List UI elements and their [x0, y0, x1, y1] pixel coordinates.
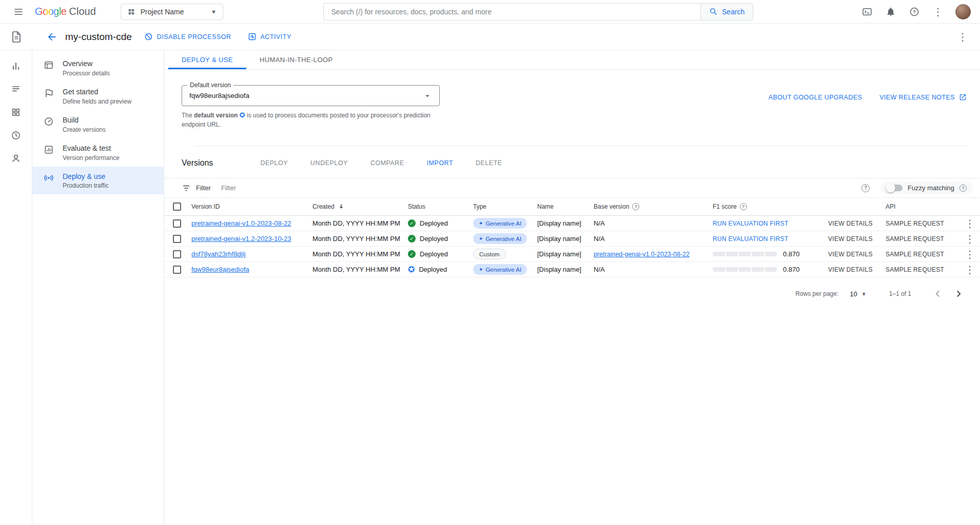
row-checkbox[interactable] — [173, 219, 181, 228]
tab-deploy-and-use[interactable]: DEPLOY & USE — [168, 51, 246, 69]
table-header-row: Version ID Created Status Type Name Base… — [164, 198, 980, 216]
filter-input[interactable] — [221, 184, 861, 192]
project-selector[interactable]: Project Name ▼ — [121, 4, 223, 20]
version-id-link[interactable]: fqw98eur8ajsediofa — [191, 266, 312, 273]
fuzzy-matching-help-icon[interactable]: ? — [959, 185, 967, 192]
base-version-cell: N/A — [594, 219, 713, 227]
disable-icon — [144, 32, 153, 41]
f1-score-value: 0.870 — [783, 266, 800, 273]
deploy-button[interactable]: DEPLOY — [260, 159, 288, 167]
help-icon[interactable]: ? — [905, 3, 924, 21]
sidebar-item-build[interactable]: Build Create versions — [32, 110, 164, 138]
col-f1-score: F1 score ? — [713, 203, 828, 210]
activity-button[interactable]: ACTIVITY — [241, 28, 299, 45]
version-id-link[interactable]: dsf78yah23rhf8dilj — [191, 250, 312, 258]
next-page-icon[interactable] — [950, 286, 967, 302]
row-menu-icon[interactable]: ⋮ — [965, 218, 975, 229]
sidebar-item-get-started[interactable]: Get started Define fields and preview — [32, 82, 164, 110]
logo-google-text: Google — [35, 6, 67, 17]
compare-button[interactable]: COMPARE — [370, 159, 404, 167]
sample-request-button[interactable]: SAMPLE REQUEST — [886, 266, 959, 273]
tab-human-in-the-loop[interactable]: HUMAN-IN-THE-LOOP — [246, 51, 346, 69]
table-row: fqw98eur8ajsediofa Month DD, YYYY HH:MM … — [164, 262, 980, 277]
global-search: Search — [323, 3, 753, 21]
default-version-section: Default version fqw98eur8ajsediofa The d… — [164, 70, 980, 146]
rail-grid-icon[interactable] — [6, 105, 26, 119]
assessment-icon — [44, 145, 54, 155]
notifications-bell-icon[interactable] — [881, 3, 900, 21]
created-cell: Month DD, YYYY HH:MM PM — [312, 235, 408, 243]
project-icon — [127, 8, 135, 16]
run-evaluation-first-link[interactable]: RUN EVALUATION FIRST — [713, 220, 828, 227]
user-avatar[interactable] — [955, 4, 971, 19]
filter-help-icon[interactable]: ? — [861, 184, 870, 192]
name-cell: [Display name] — [537, 235, 594, 243]
chevron-down-icon: ▼ — [211, 9, 217, 15]
versions-heading: Versions — [182, 158, 213, 168]
sidebar-item-overview[interactable]: Overview Processor details — [32, 54, 164, 82]
disable-processor-button[interactable]: DISABLE PROCESSOR — [137, 28, 239, 45]
previous-page-icon[interactable] — [930, 286, 946, 302]
row-menu-icon[interactable]: ⋮ — [965, 249, 975, 259]
row-checkbox[interactable] — [173, 250, 181, 258]
table-row: dsf78yah23rhf8dilj Month DD, YYYY HH:MM … — [164, 247, 980, 262]
row-checkbox[interactable] — [173, 235, 181, 243]
col-created[interactable]: Created — [312, 203, 408, 210]
sample-request-button[interactable]: SAMPLE REQUEST — [886, 220, 959, 227]
sparkle-icon: ✦ — [479, 267, 483, 272]
about-google-upgrades-link[interactable]: ABOUT GOOGLE UPGRADES — [769, 94, 863, 101]
row-checkbox[interactable] — [173, 266, 181, 274]
hamburger-menu-icon[interactable] — [9, 3, 28, 21]
sidebar-item-deploy-use[interactable]: Deploy & use Production traffic — [32, 167, 164, 195]
rail-chart-icon[interactable] — [6, 59, 26, 73]
fuzzy-matching-label: Fuzzy matching — [908, 184, 954, 192]
run-evaluation-first-link[interactable]: RUN EVALUATION FIRST — [713, 235, 828, 243]
pagination-range: 1–1 of 1 — [889, 290, 911, 297]
rows-per-page-select[interactable]: 10 ▼ — [850, 290, 866, 298]
row-menu-icon[interactable]: ⋮ — [965, 265, 975, 275]
base-version-help-icon[interactable]: ? — [632, 203, 639, 210]
svg-text:?: ? — [913, 9, 916, 14]
view-details-button[interactable]: VIEW DETAILS — [828, 235, 886, 243]
type-badge: ✦Generative AI — [473, 218, 527, 229]
search-button[interactable]: Search — [700, 3, 753, 21]
rail-list-icon[interactable] — [6, 82, 26, 96]
build-icon — [44, 116, 54, 127]
view-release-notes-link[interactable]: VIEW RELEASE NOTES — [879, 93, 967, 101]
import-button[interactable]: IMPORT — [427, 159, 453, 167]
rail-clock-icon[interactable] — [6, 128, 26, 143]
sample-request-button[interactable]: SAMPLE REQUEST — [886, 235, 959, 243]
status-cell: ✓ Deployed — [408, 219, 473, 227]
select-all-checkbox[interactable] — [173, 203, 181, 211]
version-id-link[interactable]: pretrained-genai-v1.2-2023-10-23 — [191, 235, 312, 243]
sidebar-item-evaluate-test[interactable]: Evaluate & test Version performance — [32, 138, 164, 167]
cloud-shell-icon[interactable] — [858, 3, 876, 21]
base-version-link[interactable]: pretrained-genai-v1.0-2023-08-22 — [594, 251, 713, 258]
table-row: pretrained-genai-v1.2-2023-10-23 Month D… — [164, 231, 980, 247]
type-badge: ✦Generative AI — [473, 264, 527, 275]
view-details-button[interactable]: VIEW DETAILS — [828, 251, 886, 258]
f1-score-bar — [713, 267, 777, 272]
sparkle-icon: ✦ — [479, 236, 483, 241]
rail-user-icon[interactable] — [6, 151, 26, 166]
page-title: my-custom-cde — [65, 31, 132, 43]
filter-icon — [182, 184, 191, 193]
left-icon-rail — [0, 51, 32, 525]
row-menu-icon[interactable]: ⋮ — [965, 234, 975, 244]
delete-button[interactable]: DELETE — [476, 159, 502, 167]
page-more-options-icon[interactable]: ⋮ — [953, 28, 972, 46]
fuzzy-matching-toggle[interactable] — [887, 185, 903, 191]
sample-request-button[interactable]: SAMPLE REQUEST — [886, 251, 959, 258]
more-vertical-icon[interactable]: ⋮ — [929, 3, 947, 21]
view-details-button[interactable]: VIEW DETAILS — [828, 220, 886, 227]
undeploy-button[interactable]: UNDEPLOY — [310, 159, 348, 167]
view-details-button[interactable]: VIEW DETAILS — [828, 266, 886, 273]
filter-bar: Filter ? Fuzzy matching ? — [164, 178, 980, 198]
default-version-select[interactable]: Default version fqw98eur8ajsediofa — [182, 85, 440, 106]
back-arrow-icon[interactable] — [43, 28, 61, 46]
search-input[interactable] — [323, 3, 700, 21]
sidebar-item-label: Build — [63, 115, 106, 125]
version-id-link[interactable]: pretrained-genai-v1.0-2023-08-22 — [191, 219, 312, 227]
f1-score-help-icon[interactable]: ? — [740, 203, 747, 210]
sidebar: Overview Processor details Get started D… — [32, 51, 164, 525]
